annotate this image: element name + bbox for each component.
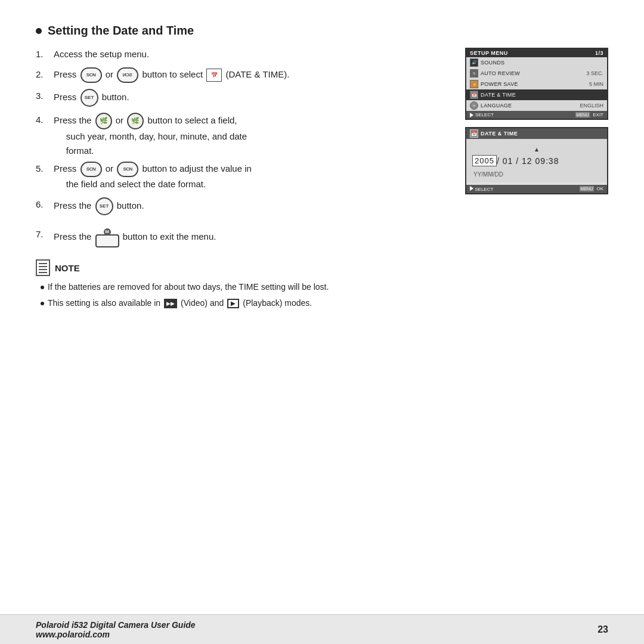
step-6-press: Press the bbox=[54, 200, 94, 210]
menu-item-power-save: ⚡ POWER SAVE 5 MIN bbox=[466, 79, 607, 89]
step-3-num: 3. bbox=[36, 89, 49, 103]
datetime-body: ▲ 2005 / 01 / 12 09:38 YY/MM/DD bbox=[466, 139, 607, 182]
step-1: 1. Access the setup menu. bbox=[36, 47, 417, 61]
date-time-menu-icon: 📅 bbox=[470, 91, 478, 99]
step-3-button: button. bbox=[102, 92, 129, 102]
set-button-1: SET bbox=[80, 89, 98, 107]
menu-ok-icon: MENU bbox=[580, 186, 595, 191]
scn-button-3: SCN bbox=[80, 162, 102, 177]
power-save-label: POWER SAVE bbox=[481, 81, 587, 87]
step-4-num: 4. bbox=[36, 113, 49, 127]
step-2-num: 2. bbox=[36, 67, 49, 82]
auto-review-value: 3 SEC. bbox=[586, 70, 603, 76]
step-7-text: button to exit the menu. bbox=[123, 231, 216, 242]
language-label: LANGUAGE bbox=[481, 103, 577, 109]
note-text-2-mid: (Video) and bbox=[181, 297, 224, 309]
footer-url: www.polaroid.com bbox=[36, 630, 196, 639]
power-save-icon: ⚡ bbox=[470, 80, 478, 88]
setup-menu-title: SETUP MENU bbox=[470, 50, 508, 56]
footer-select: SELECT bbox=[470, 112, 494, 117]
step-7-body: Press the button to exit the menu. bbox=[54, 227, 417, 247]
menu-item-language: ∞ LANGUAGE ENGLISH bbox=[466, 100, 607, 111]
datetime-year: 2005 bbox=[472, 155, 497, 166]
step-2-or: or bbox=[106, 69, 116, 79]
page-title: Setting the Date and Time bbox=[48, 24, 194, 38]
note-text-2-before: This setting is also available in bbox=[48, 297, 160, 309]
step-7: 7. Press the button to exit the menu. bbox=[36, 227, 417, 247]
step-4-body: Press the 🌿 or 🌿 button to select a fiel… bbox=[54, 113, 417, 158]
step-6: 6. Press the SET button. bbox=[36, 197, 417, 215]
steps-list: 1. Access the setup menu. 2. Press SCN o… bbox=[36, 47, 417, 247]
playback-mode-icon: ▶ bbox=[227, 299, 239, 308]
step-6-body: Press the SET button. bbox=[54, 197, 417, 215]
nav-down-button: 🌿 bbox=[95, 113, 112, 129]
video-mode-icon: ▶▶ bbox=[164, 299, 177, 308]
datetime-value: 2005 / 01 / 12 09:38 bbox=[472, 155, 601, 166]
bullet-dot-1 bbox=[41, 286, 44, 289]
note-section: NOTE If the batteries are removed for ab… bbox=[36, 259, 417, 309]
step-2-press: Press bbox=[54, 69, 79, 79]
section-title: Setting the Date and Time bbox=[36, 24, 608, 38]
datetime-header-icon: 📅 bbox=[470, 129, 478, 138]
select-arrow-icon bbox=[470, 113, 473, 117]
setup-menu-page: 1/3 bbox=[595, 50, 603, 56]
step-4-press: Press the bbox=[54, 115, 94, 125]
step-5: 5. Press SCN or SCN button to adjust the… bbox=[36, 162, 417, 191]
step-1-text: Access the setup menu. bbox=[54, 49, 149, 59]
step-3-press: Press bbox=[54, 92, 79, 102]
power-save-value: 5 MIN bbox=[589, 81, 603, 87]
sounds-label: SOUNDS bbox=[481, 60, 603, 66]
datetime-panel-header: 📅 DATE & TIME bbox=[466, 128, 607, 139]
note-icon bbox=[36, 259, 50, 276]
step-1-num: 1. bbox=[36, 47, 49, 61]
datetime-footer-select: SELECT bbox=[470, 186, 493, 192]
note-header: NOTE bbox=[36, 259, 417, 276]
footer-title: Polaroid i532 Digital Camera User Guide bbox=[36, 620, 196, 630]
nav-up-button: 🌿 bbox=[127, 113, 144, 129]
note-bullet-2: This setting is also available in ▶▶ (Vi… bbox=[41, 297, 417, 309]
menu-item-sounds: 🔊 SOUNDS bbox=[466, 57, 607, 68]
step-7-press: Press the bbox=[54, 231, 94, 242]
scn-button-1: SCN bbox=[80, 67, 102, 83]
step-5-or: or bbox=[106, 163, 116, 174]
note-text-2-end: (Playback) modes. bbox=[243, 297, 312, 309]
footer-left: Polaroid i532 Digital Camera User Guide … bbox=[36, 620, 196, 639]
ui-panels: SETUP MENU 1/3 🔊 SOUNDS S AUTO REVIEW 3 … bbox=[465, 48, 608, 194]
setup-menu-header: SETUP MENU 1/3 bbox=[466, 49, 607, 57]
sounds-icon: 🔊 bbox=[470, 58, 478, 67]
date-time-label: DATE & TIME bbox=[481, 92, 603, 98]
menu-button bbox=[95, 234, 119, 247]
datetime-select-arrow bbox=[470, 186, 473, 191]
datetime-panel-title: DATE & TIME bbox=[481, 131, 518, 137]
menu-item-date-time: 📅 DATE & TIME bbox=[466, 89, 607, 100]
language-icon: ∞ bbox=[470, 101, 478, 110]
note-title: NOTE bbox=[55, 263, 80, 273]
bullet-dot bbox=[36, 28, 42, 34]
setup-menu-footer: SELECT MENU EXIT bbox=[466, 111, 607, 119]
step-3-body: Press SET button. bbox=[54, 89, 417, 107]
step-1-body: Access the setup menu. bbox=[54, 47, 417, 61]
language-value: ENGLISH bbox=[580, 103, 603, 109]
auto-review-label: AUTO REVIEW bbox=[481, 70, 584, 76]
note-bullet-1: If the batteries are removed for about t… bbox=[41, 281, 417, 293]
step-4: 4. Press the 🌿 or 🌿 button to select a f… bbox=[36, 113, 417, 158]
step-6-button: button. bbox=[117, 200, 144, 210]
menu-key-icon: MENU bbox=[575, 112, 590, 117]
step-2-label: (DATE & TIME). bbox=[225, 69, 289, 79]
step-2-select: button to select bbox=[142, 69, 205, 79]
footer-exit: MENU EXIT bbox=[575, 112, 603, 117]
page-footer: Polaroid i532 Digital Camera User Guide … bbox=[0, 614, 644, 644]
scn-button-2: SCN bbox=[117, 67, 138, 83]
step-3: 3. Press SET button. bbox=[36, 89, 417, 107]
step-7-num: 7. bbox=[36, 227, 49, 242]
setup-menu-panel: SETUP MENU 1/3 🔊 SOUNDS S AUTO REVIEW 3 … bbox=[465, 48, 608, 120]
step-5-press: Press bbox=[54, 163, 79, 174]
note-bullets: If the batteries are removed for about t… bbox=[36, 281, 417, 309]
bullet-dot-2 bbox=[41, 302, 44, 305]
auto-review-icon: S bbox=[470, 69, 478, 78]
datetime-arrow-up: ▲ bbox=[472, 146, 601, 153]
step-4-or: or bbox=[116, 115, 126, 125]
menu-item-auto-review: S AUTO REVIEW 3 SEC. bbox=[466, 68, 607, 79]
step-2: 2. Press SCN or SCN button to select 📅 (… bbox=[36, 67, 417, 83]
step-5-num: 5. bbox=[36, 162, 49, 176]
